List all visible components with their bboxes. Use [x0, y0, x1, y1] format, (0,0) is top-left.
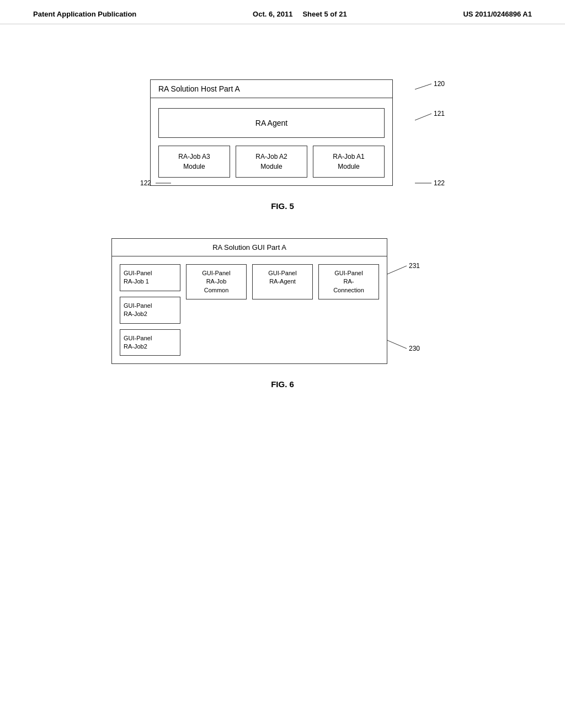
- fig6-outer-box: RA Solution GUI Part A GUI-PanelRA-Job 1…: [111, 238, 387, 364]
- fig6-section: RA Solution GUI Part A GUI-PanelRA-Job 1…: [33, 238, 532, 394]
- svg-line-10: [387, 340, 407, 349]
- fig5-section: RA Solution Host Part A RA Agent RA-Job …: [33, 79, 532, 216]
- fig5-module-a1: RA-Job A1Module: [313, 146, 385, 178]
- header-sheet: Sheet 5 of 21: [302, 10, 347, 18]
- page-header: Patent Application Publication Oct. 6, 2…: [0, 0, 565, 24]
- header-date-sheet: Oct. 6, 2011 Sheet 5 of 21: [253, 10, 347, 18]
- fig6-right-box-common: GUI-PanelRA-JobCommon: [186, 264, 247, 299]
- fig6-left-column: GUI-PanelRA-Job 1 GUI-PanelRA-Job2 GUI-P…: [120, 264, 180, 356]
- fig5-outer-box-header: RA Solution Host Part A: [151, 80, 392, 98]
- fig5-module-a2: RA-Job A2Module: [236, 146, 307, 178]
- fig6-right-area: GUI-PanelRA-JobCommon GUI-PanelRA-Agent …: [186, 264, 379, 356]
- fig6-left-box-3: GUI-PanelRA-Job2: [120, 329, 180, 356]
- fig6-outer-box-label: RA Solution GUI Part A: [212, 243, 286, 251]
- fig5-inner-box: RA Agent: [158, 108, 385, 138]
- svg-text:120: 120: [434, 80, 445, 88]
- fig6-left-box-2: GUI-PanelRA-Job2: [120, 297, 180, 324]
- page-content: RA Solution Host Part A RA Agent RA-Job …: [0, 24, 565, 405]
- fig6-right-box-connection: GUI-PanelRA-Connection: [318, 264, 379, 299]
- fig6-wrapper: RA Solution GUI Part A GUI-PanelRA-Job 1…: [111, 238, 454, 364]
- fig6-right-row: GUI-PanelRA-JobCommon GUI-PanelRA-Agent …: [186, 264, 379, 299]
- header-publication-type: Patent Application Publication: [33, 10, 136, 18]
- svg-line-2: [415, 114, 431, 120]
- fig5-outer-box: RA Solution Host Part A RA Agent RA-Job …: [150, 79, 393, 186]
- header-date: Oct. 6, 2011: [253, 10, 292, 18]
- svg-text:230: 230: [409, 345, 420, 352]
- fig6-right-box-agent: GUI-PanelRA-Agent: [252, 264, 313, 299]
- header-patent-number: US 2011/0246896 A1: [463, 10, 532, 18]
- fig5-module-a3: RA-Job A3Module: [158, 146, 230, 178]
- fig5-modules-row: RA-Job A3Module RA-Job A2Module RA-Job A…: [158, 146, 385, 178]
- fig6-outer-box-header: RA Solution GUI Part A: [112, 239, 387, 256]
- fig6-caption: FIG. 6: [271, 379, 294, 389]
- svg-text:231: 231: [409, 262, 420, 270]
- svg-text:122: 122: [434, 179, 445, 187]
- svg-line-0: [415, 84, 431, 89]
- fig5-wrapper: RA Solution Host Part A RA Agent RA-Job …: [128, 79, 437, 186]
- fig5-inner-box-label: RA Agent: [255, 119, 287, 127]
- svg-text:121: 121: [434, 110, 445, 117]
- svg-line-8: [387, 266, 407, 274]
- fig5-outer-box-label: RA Solution Host Part A: [158, 84, 240, 93]
- fig6-left-box-1: GUI-PanelRA-Job 1: [120, 264, 180, 291]
- fig5-caption: FIG. 5: [271, 201, 294, 211]
- fig6-content: GUI-PanelRA-Job 1 GUI-PanelRA-Job2 GUI-P…: [112, 256, 387, 363]
